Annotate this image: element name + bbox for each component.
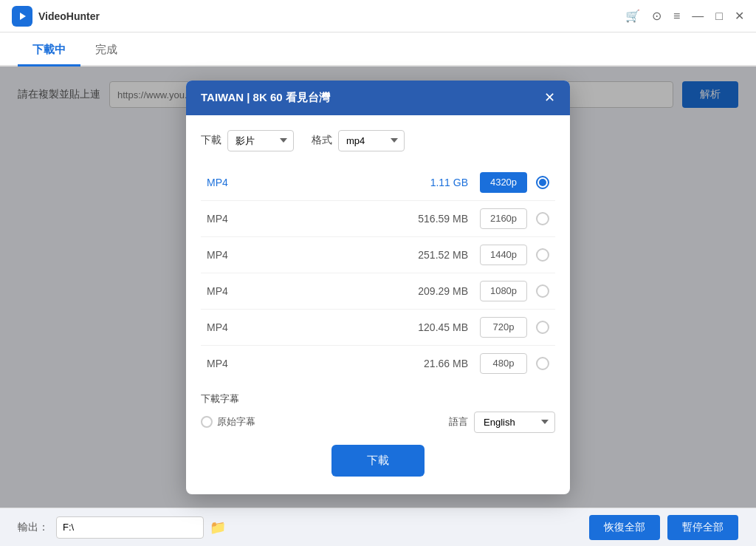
app-title: VideoHunter <box>38 10 100 22</box>
output-label: 輸出： <box>18 521 49 534</box>
subtitle-title: 下載字幕 <box>201 392 555 406</box>
language-label: 語言 <box>449 415 468 429</box>
format-group: 格式 mp4 <box>312 130 405 151</box>
format-select[interactable]: mp4 <box>338 130 405 151</box>
quality-radio-button[interactable] <box>536 212 549 225</box>
download-type-select[interactable]: 影片 <box>227 130 294 151</box>
quality-row[interactable]: MP4120.45 MB720p <box>201 310 555 346</box>
modal-body: 下載 影片 格式 mp4 MP41.11 GB4320pMP4516.59 <box>186 115 570 494</box>
subtitle-original-label: 原始字幕 <box>217 415 255 429</box>
subtitle-original-radio[interactable] <box>201 416 213 428</box>
subtitle-row: 原始字幕 語言 English <box>201 412 555 433</box>
bottom-bar: 輸出： 📁 恢復全部 暫停全部 <box>0 508 756 546</box>
restore-all-button[interactable]: 恢復全部 <box>589 515 660 540</box>
quality-row[interactable]: MP4251.52 MB1440p <box>201 237 555 273</box>
language-group: 語言 English <box>449 412 555 433</box>
quality-row[interactable]: MP421.66 MB480p <box>201 346 555 381</box>
subtitle-original-group: 原始字幕 <box>201 415 255 429</box>
subtitle-section: 下載字幕 原始字幕 語言 English <box>201 381 555 433</box>
pause-all-button[interactable]: 暫停全部 <box>667 515 738 540</box>
language-select[interactable]: English <box>474 412 555 433</box>
folder-icon[interactable]: 📁 <box>210 519 226 536</box>
modal-close-button[interactable]: ✕ <box>544 91 555 104</box>
quality-radio-button[interactable] <box>536 357 549 370</box>
quality-format: MP4 <box>207 249 251 261</box>
quality-radio-button[interactable] <box>536 284 549 298</box>
maximize-icon[interactable]: □ <box>715 10 723 23</box>
output-path-input[interactable] <box>56 516 204 539</box>
cart-icon[interactable]: 🛒 <box>625 9 640 23</box>
quality-format: MP4 <box>207 358 251 369</box>
quality-list: MP41.11 GB4320pMP4516.59 MB2160pMP4251.5… <box>201 165 555 381</box>
quality-row[interactable]: MP4516.59 MB2160p <box>201 201 555 237</box>
format-label: 格式 <box>312 134 332 147</box>
modal-selects: 下載 影片 格式 mp4 <box>201 130 555 151</box>
quality-size: 251.52 MB <box>251 249 480 261</box>
modal-header: TAIWAN | 8K 60 看見台灣 ✕ <box>186 81 570 115</box>
quality-radio-button[interactable] <box>536 176 549 189</box>
quality-format: MP4 <box>207 285 251 297</box>
tab-bar: 下載中 完成 <box>0 33 756 66</box>
quality-row[interactable]: MP4209.29 MB1080p <box>201 273 555 310</box>
minimize-icon[interactable]: — <box>692 10 704 23</box>
quality-resolution-badge[interactable]: 4320p <box>480 172 527 193</box>
quality-format: MP4 <box>207 213 251 225</box>
logo-icon <box>12 6 32 27</box>
quality-radio-button[interactable] <box>536 321 549 334</box>
modal-download-button[interactable]: 下載 <box>331 445 425 477</box>
quality-format: MP4 <box>207 321 251 333</box>
quality-resolution-badge[interactable]: 2160p <box>480 208 527 229</box>
modal-title: TAIWAN | 8K 60 看見台灣 <box>201 91 330 105</box>
quality-format: MP4 <box>207 177 251 188</box>
bottom-actions: 恢復全部 暫停全部 <box>589 515 738 540</box>
quality-size: 120.45 MB <box>251 321 480 333</box>
quality-resolution-badge[interactable]: 1440p <box>480 245 527 265</box>
modal-overlay: TAIWAN | 8K 60 看見台灣 ✕ 下載 影片 格式 mp4 <box>0 66 756 508</box>
window-controls: 🛒 ⊙ ≡ — □ ✕ <box>625 9 744 23</box>
quality-size: 21.66 MB <box>251 358 480 369</box>
quality-row[interactable]: MP41.11 GB4320p <box>201 165 555 201</box>
download-label: 下載 <box>201 134 221 147</box>
quality-radio-button[interactable] <box>536 248 549 262</box>
title-bar: VideoHunter 🛒 ⊙ ≡ — □ ✕ <box>0 0 756 33</box>
download-modal: TAIWAN | 8K 60 看見台灣 ✕ 下載 影片 格式 mp4 <box>186 81 570 494</box>
quality-size: 209.29 MB <box>251 285 480 297</box>
app-logo: VideoHunter <box>12 6 100 27</box>
close-icon[interactable]: ✕ <box>735 9 744 23</box>
tab-downloading[interactable]: 下載中 <box>18 35 80 66</box>
quality-resolution-badge[interactable]: 480p <box>480 353 527 374</box>
quality-size: 1.11 GB <box>251 177 480 188</box>
tab-completed[interactable]: 完成 <box>80 35 132 66</box>
user-icon[interactable]: ⊙ <box>652 9 662 23</box>
quality-resolution-badge[interactable]: 720p <box>480 317 527 338</box>
menu-icon[interactable]: ≡ <box>673 10 680 23</box>
main-content: 請在複製並貼上連 解析 TAIWAN | 8K 60 看見台灣 ✕ 下載 影片 <box>0 66 756 508</box>
quality-resolution-badge[interactable]: 1080p <box>480 281 527 301</box>
quality-size: 516.59 MB <box>251 213 480 225</box>
download-type-group: 下載 影片 <box>201 130 294 151</box>
